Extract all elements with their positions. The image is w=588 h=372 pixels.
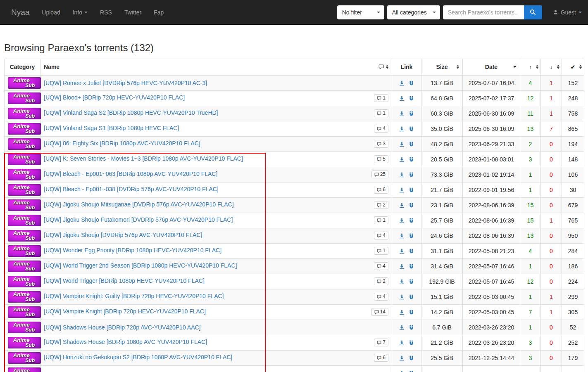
comments-badge[interactable]: 6 <box>374 354 388 362</box>
magnet-icon[interactable] <box>409 111 414 116</box>
download-icon[interactable] <box>399 310 405 315</box>
category-icon-anime-sub[interactable]: Anime Sub <box>8 367 41 372</box>
category-icon-anime-sub[interactable]: Anime Sub <box>8 123 41 135</box>
comments-badge[interactable]: 25 <box>371 171 388 178</box>
torrent-title-link[interactable]: [UQW] 86: Eighty Six [BDRip 1080p AVC-YU… <box>44 140 200 147</box>
download-icon[interactable] <box>399 264 405 269</box>
comments-badge[interactable]: 1 <box>374 247 388 255</box>
torrent-title-link[interactable]: [UQW] Jigoku Shoujo Futakomori [DVDRip 5… <box>44 216 233 223</box>
download-icon[interactable] <box>399 142 405 147</box>
magnet-icon[interactable] <box>409 172 414 178</box>
nav-link-upload[interactable]: Upload <box>36 0 66 24</box>
comments-badge[interactable]: 1 <box>374 109 388 117</box>
nav-link-fap[interactable]: Fap <box>148 0 170 24</box>
torrent-title-link[interactable]: [UQW] Vampire Knight: Guilty [BDRip 720p… <box>44 293 224 299</box>
comments-badge[interactable]: 7 <box>374 339 388 346</box>
magnet-icon[interactable] <box>409 310 414 315</box>
category-icon-anime-sub[interactable]: Anime Sub <box>8 245 41 257</box>
comments-badge[interactable]: 3 <box>374 140 388 148</box>
torrent-title-link[interactable]: [UQW] Jigoku Shoujo Mitsuganae [DVDRip 5… <box>44 201 234 208</box>
search-button[interactable] <box>524 5 542 19</box>
comments-badge[interactable]: 2 <box>374 277 388 285</box>
download-icon[interactable] <box>399 325 405 330</box>
magnet-icon[interactable] <box>409 142 414 147</box>
nav-link-rss[interactable]: RSS <box>94 0 118 24</box>
download-icon[interactable] <box>399 355 405 361</box>
category-icon-anime-sub[interactable]: Anime Sub <box>8 337 41 348</box>
magnet-icon[interactable] <box>409 187 414 193</box>
category-icon-anime-sub[interactable]: Anime Sub <box>8 261 41 272</box>
category-icon-anime-sub[interactable]: Anime Sub <box>8 92 41 104</box>
magnet-icon[interactable] <box>409 264 414 269</box>
brand-link[interactable]: Nyaa <box>6 8 36 17</box>
column-header-seeders[interactable]: ↑ <box>520 59 541 75</box>
magnet-icon[interactable] <box>409 249 414 254</box>
category-icon-anime-sub[interactable]: Anime Sub <box>8 276 41 287</box>
category-icon-anime-sub[interactable]: Anime Sub <box>8 215 41 226</box>
download-icon[interactable] <box>399 172 405 178</box>
category-icon-anime-sub[interactable]: Anime Sub <box>8 77 41 89</box>
category-icon-anime-sub[interactable]: Anime Sub <box>8 184 41 196</box>
comments-badge[interactable]: 1 <box>374 216 388 224</box>
download-icon[interactable] <box>399 279 405 284</box>
torrent-title-link[interactable]: [UQW] Blood+ [BDRip 720p HEVC-YUV420P10 … <box>44 94 185 101</box>
category-icon-anime-sub[interactable]: Anime Sub <box>8 169 41 180</box>
nav-link-info[interactable]: Info <box>67 0 94 24</box>
torrent-title-link[interactable]: [UQW] K: Seven Stories - Movies 1~3 [BDR… <box>44 155 243 162</box>
filter-select[interactable]: No filter <box>337 5 384 19</box>
download-icon[interactable] <box>399 203 405 208</box>
magnet-icon[interactable] <box>409 126 414 132</box>
magnet-icon[interactable] <box>409 218 414 223</box>
comments-badge[interactable]: 5 <box>374 155 388 163</box>
torrent-title-link[interactable]: [UQW] Shadows House [BDRip 1080p AVC-YUV… <box>44 339 207 345</box>
torrent-title-link[interactable]: [UQW] Wonder Egg Priority [BDRip 1080p H… <box>44 247 221 254</box>
category-icon-anime-sub[interactable]: Anime Sub <box>8 306 41 318</box>
download-icon[interactable] <box>399 157 405 162</box>
comments-badge[interactable]: 4 <box>374 262 388 270</box>
magnet-icon[interactable] <box>409 233 414 239</box>
torrent-title-link[interactable]: [UQW] Vampire Knight [BDRip 720p HEVC-YU… <box>44 308 206 315</box>
comments-badge[interactable]: 4 <box>374 232 388 239</box>
magnet-icon[interactable] <box>409 340 414 346</box>
magnet-icon[interactable] <box>409 203 414 208</box>
column-header-completed[interactable]: ✔ <box>562 59 584 75</box>
download-icon[interactable] <box>399 96 405 101</box>
column-header-size[interactable]: Size <box>421 59 463 75</box>
download-icon[interactable] <box>399 294 405 300</box>
category-select[interactable]: All categories <box>387 5 440 19</box>
comments-badge[interactable]: 4 <box>374 125 388 133</box>
download-icon[interactable] <box>399 249 405 254</box>
magnet-icon[interactable] <box>409 157 414 162</box>
nav-link-twitter[interactable]: Twitter <box>118 0 148 24</box>
download-icon[interactable] <box>399 218 405 223</box>
comments-badge[interactable]: 14 <box>371 308 388 316</box>
magnet-icon[interactable] <box>409 325 414 330</box>
torrent-title-link[interactable]: [UQW] Vinland Saga S2 [BDRip 1080p HEVC-… <box>44 109 218 116</box>
torrent-title-link[interactable]: [UQW] World Trigger [BDRip 1080p HEVC-YU… <box>44 277 205 284</box>
torrent-title-link[interactable]: [UQW] Romeo x Juliet [DVDRip 576p HEVC-Y… <box>44 80 207 86</box>
category-icon-anime-sub[interactable]: Anime Sub <box>8 199 41 211</box>
download-icon[interactable] <box>399 126 405 132</box>
magnet-icon[interactable] <box>409 294 414 300</box>
category-icon-anime-sub[interactable]: Anime Sub <box>8 138 41 150</box>
torrent-title-link[interactable]: [UQW] Bleach - Ep001~038 [DVDRip 576p AV… <box>44 186 219 192</box>
torrent-title-link[interactable]: [UQW] World Trigger 2nd Season [BDRip 10… <box>44 262 237 269</box>
download-icon[interactable] <box>399 111 405 116</box>
download-icon[interactable] <box>399 187 405 193</box>
torrent-title-link[interactable]: [UQW] Shadows House [BDRip 720p AVC-YUV4… <box>44 324 200 331</box>
torrent-title-link[interactable]: [UQW] Bleach - Ep001~063 [BDRip 1080p AV… <box>44 171 217 177</box>
comments-badge[interactable]: 2 <box>374 201 388 209</box>
category-icon-anime-sub[interactable]: Anime Sub <box>8 108 41 119</box>
torrent-title-link[interactable]: [UQW] Honzuki no Gekokujou S2 [BDRip 108… <box>44 354 232 360</box>
column-header-date[interactable]: Date <box>463 59 520 75</box>
category-icon-anime-sub[interactable]: Anime Sub <box>8 230 41 242</box>
comments-badge[interactable]: 6 <box>374 186 388 194</box>
user-menu[interactable]: Guest <box>553 9 582 16</box>
magnet-icon[interactable] <box>409 279 414 284</box>
torrent-title-link[interactable]: [UQW] Jigoku Shoujo [DVDRip 576p AVC-YUV… <box>44 232 202 238</box>
column-header-name[interactable]: Name <box>40 59 392 75</box>
magnet-icon[interactable] <box>409 96 414 101</box>
download-icon[interactable] <box>399 340 405 346</box>
category-icon-anime-sub[interactable]: Anime Sub <box>8 154 41 165</box>
category-icon-anime-sub[interactable]: Anime Sub <box>8 291 41 303</box>
